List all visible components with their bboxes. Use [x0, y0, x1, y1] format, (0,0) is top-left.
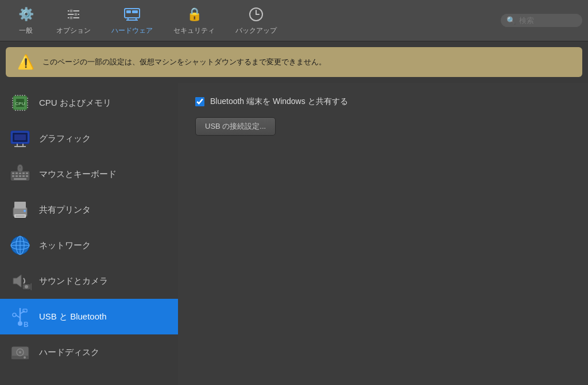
svg-point-5	[69, 16, 73, 20]
svg-rect-49	[16, 175, 18, 177]
sidebar: CPU	[0, 83, 178, 385]
svg-rect-48	[12, 175, 14, 177]
options-icon	[64, 5, 83, 24]
security-icon: 🔒	[185, 5, 203, 24]
sidebar-item-disk[interactable]: ハードディスク	[0, 334, 178, 370]
sidebar-label-printer: 共有プリンタ	[39, 205, 91, 215]
svg-point-68	[25, 285, 28, 288]
sidebar-item-printer[interactable]: 共有プリンタ	[0, 192, 178, 228]
nav-item-backup[interactable]: バックアップ	[225, 2, 287, 39]
disk-icon	[8, 340, 32, 364]
svg-rect-6	[125, 9, 140, 18]
general-icon: ⚙️	[17, 5, 35, 24]
svg-text:CPU: CPU	[16, 101, 25, 106]
svg-text:B: B	[24, 321, 29, 328]
svg-rect-52	[26, 175, 28, 177]
svg-rect-57	[14, 202, 26, 209]
svg-marker-69	[30, 282, 32, 291]
sidebar-item-network[interactable]: ネットワーク	[0, 228, 178, 263]
svg-rect-59	[16, 215, 25, 217]
svg-point-60	[24, 210, 26, 212]
svg-rect-50	[19, 175, 21, 177]
svg-rect-51	[22, 175, 25, 177]
svg-rect-44	[16, 172, 18, 174]
svg-point-3	[69, 9, 73, 13]
sound-icon	[8, 269, 32, 293]
sidebar-item-usb[interactable]: B USB と Bluetooth	[0, 299, 178, 334]
warning-text: このページの一部の設定は、仮想マシンをシャットダウンするまで変更できません。	[42, 57, 326, 67]
svg-rect-43	[12, 172, 14, 174]
svg-point-79	[24, 356, 26, 359]
usb-settings-button[interactable]: USB の接続設定...	[195, 117, 276, 136]
sidebar-label-graphics: グラフィック	[39, 133, 91, 144]
search-icon: 🔍	[506, 16, 516, 25]
sidebar-label-usb: USB と Bluetooth	[39, 311, 107, 322]
nav-item-options[interactable]: オプション	[46, 2, 101, 39]
content-panel: Bluetooth 端末を Windows と共有する USB の接続設定...	[178, 83, 588, 385]
bluetooth-checkbox-row: Bluetooth 端末を Windows と共有する	[195, 97, 571, 107]
warning-icon: ⚠️	[17, 54, 34, 70]
main-area: CPU	[0, 83, 588, 385]
top-nav: ⚙️ 一般 オプション ハードウェア	[0, 0, 588, 41]
svg-rect-41	[14, 134, 26, 140]
search-box[interactable]: 🔍	[501, 14, 582, 27]
sidebar-item-sound[interactable]: サウンドとカメラ	[0, 263, 178, 299]
sidebar-label-disk: ハードディスク	[39, 347, 99, 358]
nav-item-general[interactable]: ⚙️ 一般	[6, 2, 46, 39]
graphics-icon	[8, 126, 32, 151]
svg-rect-78	[11, 356, 29, 359]
usb-icon: B	[8, 305, 32, 329]
sidebar-item-graphics[interactable]: グラフィック	[0, 121, 178, 156]
nav-item-security[interactable]: 🔒 セキュリティ	[163, 2, 225, 39]
svg-rect-8	[132, 10, 138, 13]
svg-rect-7	[126, 10, 131, 13]
sidebar-label-network: ネットワーク	[39, 240, 91, 251]
svg-rect-46	[22, 172, 25, 174]
sidebar-item-keyboard[interactable]: マウスとキーボード	[0, 156, 178, 192]
keyboard-icon	[8, 162, 32, 186]
svg-point-75	[18, 321, 22, 326]
cpu-icon: CPU	[8, 91, 32, 115]
svg-point-4	[74, 13, 78, 16]
svg-rect-53	[14, 178, 26, 180]
sidebar-item-cpu[interactable]: CPU	[0, 85, 178, 121]
svg-rect-73	[23, 309, 27, 312]
bluetooth-label[interactable]: Bluetooth 端末を Windows と共有する	[210, 97, 348, 107]
svg-point-81	[19, 351, 21, 353]
bluetooth-checkbox[interactable]	[195, 97, 204, 106]
sidebar-label-cpu: CPU およびメモリ	[39, 98, 111, 109]
svg-marker-66	[13, 275, 21, 287]
network-icon	[8, 233, 32, 257]
backup-icon	[247, 5, 265, 24]
printer-icon	[8, 198, 32, 222]
nav-item-hardware[interactable]: ハードウェア	[101, 2, 163, 39]
sidebar-label-sound: サウンドとカメラ	[39, 276, 108, 287]
search-input[interactable]	[519, 16, 577, 25]
svg-rect-47	[26, 172, 28, 174]
hardware-icon	[123, 5, 141, 24]
warning-banner: ⚠️ このページの一部の設定は、仮想マシンをシャットダウンするまで変更できません…	[6, 47, 582, 77]
sidebar-label-keyboard: マウスとキーボード	[39, 169, 117, 180]
